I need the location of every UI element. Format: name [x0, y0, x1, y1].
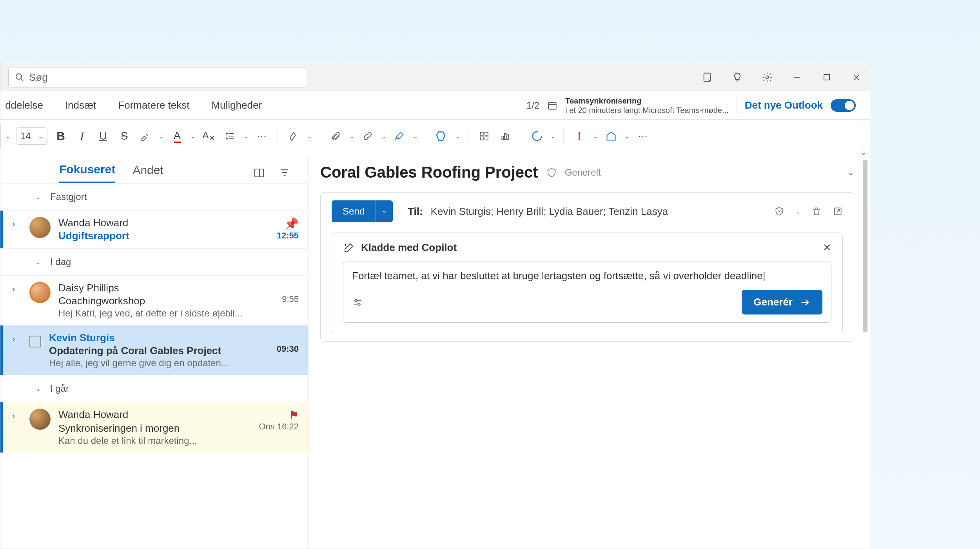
- outlook-window: Søg ddelelse Indsæt Formatere tekst Muli…: [0, 63, 870, 549]
- flag-icon[interactable]: ⚑: [289, 409, 299, 422]
- sensitivity-label: Generelt: [565, 167, 601, 178]
- mail-checkbox[interactable]: [29, 336, 41, 347]
- discard-icon[interactable]: [811, 206, 822, 216]
- poll-button[interactable]: [497, 128, 513, 144]
- svg-point-21: [533, 132, 542, 141]
- mail-item[interactable]: › Daisy Phillips Coachingworkshop 9:55 H…: [0, 275, 308, 325]
- clear-formatting-button[interactable]: A✕: [201, 128, 217, 144]
- svg-rect-15: [485, 132, 488, 135]
- more-tools-icon[interactable]: ⋯: [635, 128, 651, 144]
- tab-insert[interactable]: Indsæt: [64, 96, 98, 115]
- compose-card: Send ⌄ Til: Kevin Sturgis; Henry Brill; …: [320, 192, 854, 342]
- chevron-down-icon[interactable]: ⌄: [795, 208, 800, 215]
- subject-row: Coral Gables Roofing Project Generelt ⌄: [320, 164, 854, 181]
- mail-item-selected[interactable]: › Kevin Sturgis Opdatering på Coral Gabl…: [0, 325, 308, 375]
- popout-icon[interactable]: [833, 206, 843, 216]
- notes-icon[interactable]: [702, 72, 713, 83]
- apps-button[interactable]: [476, 128, 492, 144]
- tab-options[interactable]: Muligheder: [210, 96, 263, 115]
- importance-high-button[interactable]: !: [572, 128, 587, 144]
- new-outlook-label: Det nye Outlook: [745, 99, 823, 111]
- line-spacing-button[interactable]: [222, 128, 238, 144]
- underline-button[interactable]: U: [95, 128, 111, 144]
- copilot-title: Kladde med Copilot: [361, 242, 457, 254]
- mail-preview: Hej alle, jeg vil gerne give dig en opda…: [49, 358, 299, 369]
- pin-icon[interactable]: 📌: [252, 217, 299, 231]
- mail-preview: Hej Katri, jeg ved, at dette er i sidste…: [58, 308, 299, 319]
- to-recipients[interactable]: Kevin Sturgis; Henry Brill; Lydia Bauer;…: [431, 205, 668, 218]
- group-today[interactable]: ⌄ I dag: [0, 248, 308, 275]
- to-label: Til:: [408, 205, 423, 218]
- bold-button[interactable]: B: [53, 128, 69, 144]
- collapse-chevron[interactable]: ⌄: [847, 167, 854, 178]
- reading-pane-icon[interactable]: [253, 167, 265, 179]
- adjust-icon[interactable]: [352, 297, 363, 308]
- strikethrough-button[interactable]: S: [116, 128, 132, 144]
- font-color-button[interactable]: A: [169, 128, 185, 144]
- group-yesterday[interactable]: ⌄ I går: [0, 375, 308, 402]
- mail-subject: Opdatering på Coral Gables Project: [49, 345, 221, 357]
- mail-subject: Synkroniseringen i morgen: [58, 422, 180, 434]
- shield-icon: [546, 167, 557, 178]
- attach-button[interactable]: [328, 128, 344, 144]
- styles-button[interactable]: [286, 128, 301, 144]
- send-split-button[interactable]: ⌄: [376, 200, 393, 222]
- copilot-prompt-box: Fortæl teamet, at vi har besluttet at br…: [343, 262, 831, 323]
- svg-line-1: [21, 78, 23, 81]
- scrollbar[interactable]: [863, 160, 867, 332]
- calendar-icon[interactable]: [547, 100, 557, 111]
- italic-button[interactable]: I: [74, 128, 90, 144]
- content-area: Fokuseret Andet ⌄ Fastgjort › Wanda Howa…: [0, 156, 870, 549]
- sync-title: Teamsynkronisering: [565, 96, 728, 105]
- tab-other[interactable]: Andet: [132, 164, 163, 182]
- mail-list: Fokuseret Andet ⌄ Fastgjort › Wanda Howa…: [0, 156, 309, 549]
- mail-item-flagged[interactable]: › Wanda Howard ⚑ Synkroniseringen i morg…: [0, 402, 308, 453]
- ribbon-toolbar: ⌄ 14 ⌄ B I U S ⌄ A⌄ A✕ ⌄ ⋯ ⌄ ⌄ ⌄ ⌄ ⌄ ⌄ !…: [0, 122, 865, 150]
- more-formatting-icon[interactable]: ⋯: [254, 128, 270, 144]
- mail-item-pinned[interactable]: › Wanda Howard Udgiftsrapport 📌 12:55: [0, 210, 308, 248]
- sensitivity-icon[interactable]: ?: [774, 206, 784, 216]
- mail-preview: Kan du dele et link til marketing...: [58, 435, 299, 446]
- mail-time: Ons 16:22: [252, 422, 299, 434]
- expand-icon[interactable]: ›: [12, 332, 22, 369]
- svg-rect-16: [480, 137, 483, 140]
- svg-rect-19: [505, 134, 506, 140]
- svg-rect-9: [548, 102, 556, 109]
- maximize-button[interactable]: [821, 72, 832, 83]
- teams-sync-banner[interactable]: Teamsynkronisering i et 20 minutters lan…: [565, 96, 728, 115]
- generate-button[interactable]: Generér: [742, 290, 822, 314]
- link-button[interactable]: [360, 128, 376, 144]
- signature-button[interactable]: [392, 128, 407, 144]
- close-button[interactable]: [851, 72, 862, 83]
- lightbulb-icon[interactable]: [732, 72, 743, 83]
- svg-rect-6: [824, 75, 829, 80]
- group-pinned[interactable]: ⌄ Fastgjort: [0, 183, 308, 210]
- avatar: [29, 409, 51, 430]
- minimize-button[interactable]: [791, 72, 802, 83]
- mail-time: 09:30: [252, 344, 299, 357]
- expand-icon[interactable]: ›: [12, 217, 22, 242]
- ribbon-tabs: ddelelse Indsæt Formatere tekst Mulighed…: [0, 91, 870, 120]
- mail-time: 9:55: [252, 294, 299, 307]
- tab-focused[interactable]: Fokuseret: [59, 163, 115, 183]
- copilot-icon[interactable]: [434, 128, 450, 144]
- new-outlook-toggle[interactable]: [831, 99, 856, 112]
- filter-icon[interactable]: [279, 167, 290, 178]
- copilot-prompt-input[interactable]: Fortæl teamet, at vi har besluttet at br…: [352, 270, 822, 282]
- highlight-button[interactable]: [138, 128, 153, 144]
- font-family-chevron[interactable]: ⌄: [5, 133, 11, 140]
- reading-pane: Coral Gables Roofing Project Generelt ⌄ …: [309, 156, 870, 549]
- tab-format-text[interactable]: Formatere tekst: [116, 96, 191, 115]
- expand-icon[interactable]: ›: [12, 282, 22, 319]
- mail-sender: Wanda Howard: [58, 409, 128, 422]
- loop-button[interactable]: [529, 128, 545, 144]
- tags-button[interactable]: [603, 128, 619, 144]
- tab-message[interactable]: ddelelse: [4, 96, 45, 115]
- send-button[interactable]: Send: [332, 200, 376, 222]
- expand-icon[interactable]: ›: [12, 409, 22, 446]
- font-size-select[interactable]: 14 ⌄: [16, 127, 47, 145]
- close-icon[interactable]: ✕: [823, 242, 831, 254]
- settings-icon[interactable]: [762, 72, 773, 83]
- divider: [737, 97, 737, 114]
- search-input[interactable]: Søg: [8, 67, 306, 87]
